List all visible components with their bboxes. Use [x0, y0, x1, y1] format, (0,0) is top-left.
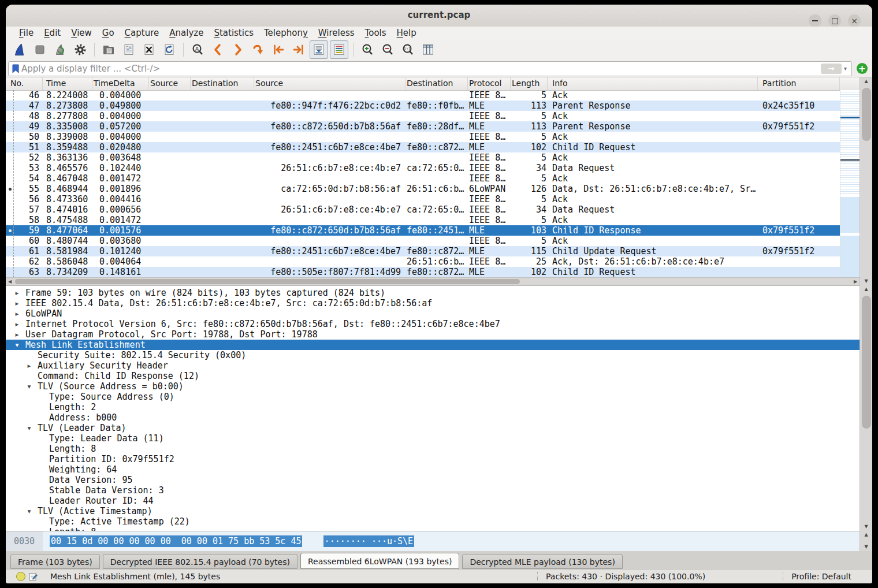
minimize-button[interactable] [809, 14, 821, 27]
packet-row[interactable]: 63 8.734209 0.148161 fe80::505e:f807:7f8… [6, 267, 840, 277]
scroll-up-arrow[interactable]: ▲ [860, 285, 872, 293]
detail-line[interactable]: Data Version: 95 [6, 475, 860, 485]
twistie-icon[interactable]: ▾ [27, 381, 38, 392]
detail-line[interactable]: ▸IEEE 802.15.4 Data, Dst: 26:51:c6:b7:e8… [6, 298, 860, 308]
reload-file-button[interactable] [160, 40, 178, 59]
packet-row[interactable]: 60 8.480744 0.003680 IEEE 8… 5 Ack [6, 236, 840, 246]
byte-source-tab[interactable]: Frame (103 bytes) [10, 554, 100, 569]
expert-info-icon[interactable] [16, 572, 25, 581]
maximize-button[interactable] [828, 14, 841, 27]
column-header[interactable]: Length [511, 77, 548, 90]
twistie-icon[interactable]: ▸ [14, 288, 25, 298]
detail-line[interactable]: Length: 2 [6, 402, 860, 412]
packet-row[interactable]: 46 8.224008 0.004000 IEEE 8… 5 Ack [6, 90, 840, 101]
column-header[interactable]: TimeDelta [92, 77, 149, 90]
zoom-reset-button[interactable]: 1:1 [399, 40, 417, 59]
detail-line[interactable]: Weighting: 64 [6, 464, 860, 475]
close-file-button[interactable] [140, 40, 158, 59]
intelligent-scrollbar-minimap[interactable] [840, 90, 860, 277]
column-header[interactable]: Source [254, 77, 405, 90]
go-to-packet-button[interactable] [249, 40, 267, 59]
menu-item[interactable]: Telephony [259, 28, 313, 38]
scrollbar-thumb[interactable] [862, 88, 871, 141]
menu-item[interactable]: Help [392, 28, 422, 38]
packet-row[interactable]: 54 8.467048 0.001472 IEEE 8… 5 Ack [6, 173, 840, 184]
scroll-down-arrow[interactable]: ▼ [860, 543, 872, 551]
scroll-up-arrow[interactable]: ▲ [860, 531, 872, 539]
resize-columns-button[interactable] [419, 40, 437, 59]
packet-row[interactable]: 51 8.359488 0.020480 fe80::2451:c6b7:e8c… [6, 142, 840, 152]
detail-line[interactable]: Length: 8 [6, 527, 860, 531]
column-header[interactable]: Protocol [468, 77, 511, 90]
detail-line[interactable]: Type: Leader Data (11) [6, 433, 860, 444]
restart-capture-button[interactable] [51, 40, 69, 59]
capture-options-button[interactable] [71, 40, 90, 59]
packet-row[interactable]: 56 8.473360 0.004416 IEEE 8… 5 Ack [6, 194, 840, 204]
start-capture-button[interactable] [10, 40, 29, 59]
twistie-icon[interactable]: ▸ [14, 319, 25, 329]
filter-dropdown-caret[interactable]: ▾ [844, 65, 847, 72]
hex-line[interactable]: 003000 15 0d 00 00 00 00 00 00 00 01 75 … [6, 536, 414, 546]
open-file-button[interactable] [99, 40, 118, 59]
twistie-icon[interactable]: ▾ [27, 423, 38, 433]
go-first-button[interactable] [269, 40, 288, 59]
detail-line[interactable]: Security Suite: 802.15.4 Security (0x00) [6, 350, 860, 360]
colorize-toggle[interactable] [330, 40, 348, 59]
go-back-button[interactable] [209, 40, 227, 59]
column-header[interactable]: Partition [758, 77, 840, 90]
menu-item[interactable]: Wireless [313, 28, 360, 38]
detail-line[interactable]: Type: Active Timestamp (22) [6, 516, 860, 527]
detail-line[interactable]: Command: Child ID Response (12) [6, 371, 860, 381]
stop-capture-button[interactable] [31, 40, 49, 59]
scroll-down-arrow[interactable]: ▼ [860, 523, 872, 531]
detail-line[interactable]: Length: 8 [6, 444, 860, 454]
detail-line[interactable]: ▸User Datagram Protocol, Src Port: 19788… [6, 329, 860, 340]
byte-source-tab[interactable]: Decrypted IEEE 802.15.4 payload (70 byte… [103, 554, 297, 569]
menu-item[interactable]: Go [97, 28, 120, 38]
menu-item[interactable]: Capture [120, 28, 165, 38]
byte-source-tab[interactable]: Decrypted MLE payload (130 bytes) [462, 554, 622, 569]
twistie-icon[interactable]: ▸ [14, 329, 25, 340]
packet-row[interactable]: 55 8.468944 0.001896 ca:72:65:0d:b7:b8:5… [6, 184, 840, 194]
scroll-left-arrow[interactable]: ◀ [6, 278, 14, 285]
packet-row[interactable]: 57 8.474016 0.000656 26:51:c6:b7:e8:ce:4… [6, 204, 840, 215]
close-button[interactable]: × [848, 14, 861, 27]
find-packet-button[interactable]: A [188, 40, 207, 59]
packet-row[interactable]: 47 8.273808 0.049800 fe80::947f:f476:22b… [6, 101, 840, 111]
menu-item[interactable]: Tools [360, 28, 392, 38]
details-scrollbar[interactable]: ▲ ▼ [860, 285, 872, 531]
detail-line[interactable]: Partition ID: 0x79f551f2 [6, 454, 860, 464]
menu-item[interactable]: File [14, 28, 39, 38]
packet-row[interactable]: 59 8.477064 0.001576 fe80::c872:650d:b7b… [6, 225, 840, 236]
capture-comment-icon[interactable] [29, 572, 38, 581]
display-filter-input[interactable] [20, 63, 821, 75]
packet-row[interactable]: 50 8.339008 0.004000 IEEE 8… 5 Ack [6, 132, 840, 142]
detail-line[interactable]: Type: Source Address (0) [6, 392, 860, 402]
column-header[interactable]: Time [43, 77, 92, 90]
column-header[interactable]: Destination [405, 77, 468, 90]
twistie-icon[interactable]: ▸ [14, 298, 25, 308]
detail-line[interactable]: ▸Frame 59: 103 bytes on wire (824 bits),… [6, 288, 860, 298]
hex-ascii-highlighted[interactable]: ········ ···u·S\E [323, 535, 415, 547]
hex-scrollbar[interactable]: ▲ ▼ [860, 531, 872, 551]
packet-row[interactable]: 62 8.586048 0.004064 26:51:c6:b… IEEE 8…… [6, 256, 840, 267]
menu-item[interactable]: Statistics [209, 28, 259, 38]
detail-line[interactable]: Stable Data Version: 3 [6, 485, 860, 496]
packet-row[interactable]: 53 8.465576 0.102440 26:51:c6:b7:e8:ce:4… [6, 163, 840, 173]
go-last-button[interactable] [289, 40, 308, 59]
menu-item[interactable]: Edit [39, 28, 66, 38]
detail-line[interactable]: ▾Mesh Link Establishment [6, 340, 860, 350]
packet-row[interactable]: 61 8.581984 0.101240 fe80::2451:c6b7:e8c… [6, 246, 840, 256]
twistie-icon[interactable]: ▾ [14, 340, 25, 350]
packet-row[interactable]: 52 8.363136 0.003648 IEEE 8… 5 Ack [6, 152, 840, 163]
detail-line[interactable]: ▾TLV (Active Timestamp) [6, 506, 860, 516]
column-header[interactable]: Info [548, 77, 758, 90]
packet-row[interactable]: 48 8.277808 0.004000 IEEE 8… 5 Ack [6, 111, 840, 121]
apply-filter-button[interactable]: → [821, 64, 842, 74]
zoom-out-button[interactable] [378, 40, 397, 59]
scroll-down-arrow[interactable]: ▼ [860, 277, 872, 285]
detail-line[interactable]: ▸Auxiliary Security Header [6, 360, 860, 371]
zoom-in-button[interactable] [358, 40, 377, 59]
column-header[interactable]: Destination [191, 77, 254, 90]
status-profile[interactable]: Profile: Default [783, 572, 851, 581]
